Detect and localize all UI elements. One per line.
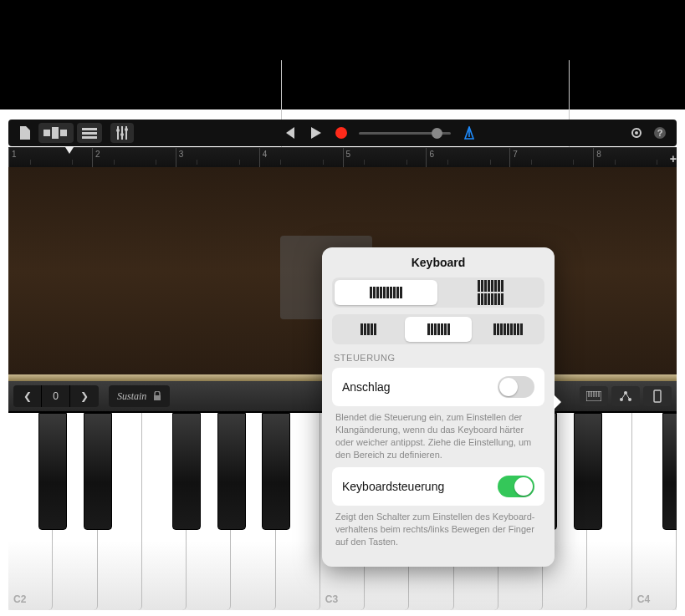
top-toolbar: ? <box>8 120 677 146</box>
bar-marker: 2 <box>92 148 176 167</box>
svg-rect-13 <box>154 395 161 400</box>
keyboard-medium-icon <box>427 323 450 335</box>
keyboardsteuerung-row: Keyboardsteuerung <box>332 467 544 506</box>
gear-icon <box>630 126 643 140</box>
keyboard-single-icon <box>370 287 402 298</box>
bar-marker: 4 <box>259 148 343 167</box>
bar-marker: 7 <box>509 148 593 167</box>
browser-button[interactable] <box>38 123 74 143</box>
play-icon <box>310 127 322 139</box>
octave-value: 0 <box>42 385 70 407</box>
volume-slider[interactable] <box>359 132 451 135</box>
svg-text:?: ? <box>657 128 663 138</box>
keyboard-size-large-option[interactable] <box>474 317 542 342</box>
help-button[interactable]: ? <box>648 123 672 143</box>
bar-marker: 3 <box>176 148 259 167</box>
svg-rect-5 <box>82 136 97 139</box>
svg-point-6 <box>116 129 120 132</box>
keyboard-size-segmented <box>332 314 544 344</box>
keyboard-small-icon <box>360 323 376 335</box>
settings-button[interactable] <box>625 123 648 143</box>
help-icon: ? <box>653 126 667 140</box>
keyboard-glissando-button[interactable] <box>643 386 672 406</box>
sustain-label: Sustain <box>117 390 146 403</box>
keyboard-layout-button[interactable] <box>580 386 608 406</box>
steuerung-section-label: STEUERUNG <box>334 353 544 363</box>
volume-thumb[interactable] <box>432 128 442 139</box>
bar-marker: 6 <box>426 148 509 167</box>
keyboard-size-small-option[interactable] <box>335 317 402 342</box>
anschlag-row: Anschlag <box>332 368 544 406</box>
white-key[interactable]: C4 <box>632 413 677 610</box>
anschlag-label: Anschlag <box>342 380 391 394</box>
rewind-icon <box>284 127 297 139</box>
metronome-button[interactable] <box>458 123 481 143</box>
add-section-button[interactable]: + <box>670 152 677 165</box>
metronome-icon <box>463 126 476 140</box>
tracks-button[interactable] <box>77 123 102 143</box>
bar-marker: 1 <box>8 148 92 167</box>
arpeggiator-button[interactable] <box>611 386 640 406</box>
mixer-button[interactable] <box>110 123 134 143</box>
rewind-button[interactable] <box>279 123 302 143</box>
timeline-ruler[interactable]: 1 2 3 4 5 6 7 8 <box>8 147 677 167</box>
play-button[interactable] <box>305 123 327 143</box>
svg-rect-4 <box>82 132 97 135</box>
playhead[interactable] <box>65 147 74 154</box>
keyboard-large-icon <box>493 323 523 335</box>
keyboard-rows-segmented <box>332 277 544 308</box>
octave-up-button[interactable]: ❯ <box>70 385 99 407</box>
white-key[interactable] <box>276 413 320 610</box>
sustain-button[interactable]: Sustain <box>109 385 170 407</box>
svg-point-7 <box>120 133 124 136</box>
keyboard-double-row-option[interactable] <box>440 280 543 305</box>
popover-arrow <box>554 395 561 410</box>
svg-rect-0 <box>43 130 50 136</box>
popover-title: Keyboard <box>332 256 544 269</box>
white-key[interactable]: C2 <box>8 413 53 610</box>
keyboard-icon <box>586 391 601 401</box>
octave-down-button[interactable]: ❮ <box>13 385 42 407</box>
keyboard-settings-popover: Keyboard <box>322 247 555 567</box>
octave-stepper: ❮ 0 ❯ <box>13 385 99 407</box>
white-key[interactable] <box>142 413 187 610</box>
white-key[interactable] <box>231 413 275 610</box>
record-icon <box>335 127 347 139</box>
bar-marker: 8 <box>593 148 677 167</box>
anschlag-description: Blendet die Steuerung ein, zum Einstelle… <box>332 406 544 467</box>
phone-icon <box>653 389 662 403</box>
white-key[interactable] <box>98 413 142 610</box>
keyboard-size-medium-option[interactable] <box>405 317 473 342</box>
keyboard-single-row-option[interactable] <box>335 280 437 305</box>
keyboardsteuerung-label: Keyboardsteuerung <box>342 480 444 493</box>
svg-point-8 <box>125 128 128 131</box>
white-key[interactable] <box>187 413 231 610</box>
my-songs-button[interactable] <box>13 123 35 143</box>
svg-rect-1 <box>52 127 59 139</box>
keyboardsteuerung-switch[interactable] <box>498 476 534 497</box>
lock-icon <box>153 391 161 401</box>
white-key[interactable] <box>587 413 631 610</box>
svg-rect-18 <box>654 390 661 402</box>
record-button[interactable] <box>330 123 352 143</box>
anschlag-switch[interactable] <box>498 376 534 398</box>
keyboard-double-icon <box>478 280 504 305</box>
svg-rect-3 <box>82 128 97 130</box>
transport-controls <box>279 123 352 143</box>
white-key[interactable] <box>53 413 97 610</box>
keyboardsteuerung-description: Zeigt den Schalter zum Einstellen des Ke… <box>332 506 544 555</box>
svg-rect-2 <box>60 130 67 136</box>
svg-point-10 <box>635 131 638 135</box>
bar-marker: 5 <box>343 148 427 167</box>
annotation-background <box>0 0 685 109</box>
arpeggiator-icon <box>619 390 632 402</box>
